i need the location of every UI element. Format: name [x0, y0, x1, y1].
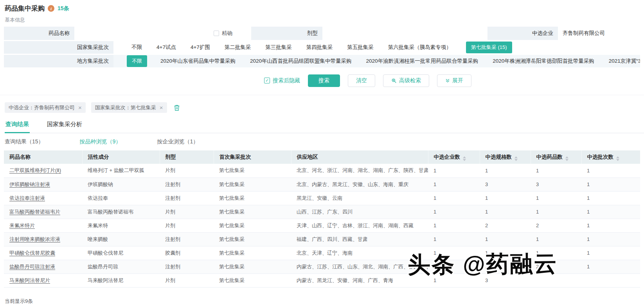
table-cell: 片剂 — [160, 273, 214, 287]
unchecked-checkbox-icon[interactable] — [214, 31, 219, 36]
trash-icon[interactable] — [173, 104, 180, 111]
result-count-badge: 15条 — [58, 5, 69, 12]
column-header-label: 剂型 — [165, 154, 176, 160]
national-batch-options: 不限4+7试点4+7扩围第二批集采第三批集采第四批集采第五批集采第六批集采（胰岛… — [113, 41, 640, 54]
batch-option[interactable]: 第四批集采 — [306, 44, 333, 51]
zoom-plus-icon — [391, 78, 397, 83]
table-cell: 依达拉奉 — [82, 191, 160, 205]
table-row: 富马酸丙酚替诺福韦片富马酸丙酚替诺福韦片剂第七批集采山西、江苏、广东、四川111… — [4, 205, 640, 219]
table-cell: 片剂 — [160, 219, 214, 232]
national-batch-selected[interactable]: 第七批集采 (15) — [466, 42, 512, 53]
batch-option[interactable]: 2020年山东省药品集中带量采购 — [160, 58, 236, 65]
clear-button[interactable]: 清空 — [348, 74, 375, 87]
selected-company-label: 中选企业 — [487, 27, 558, 40]
column-header-label: 供应地区 — [297, 154, 318, 160]
column-header[interactable]: 中选企业数 — [428, 150, 480, 164]
filter-tag-text: 国家集采批次：第七批集采 — [95, 104, 156, 111]
table-cell: 1 — [581, 191, 640, 205]
batch-option[interactable]: 2020年渝黔滇湘桂第一批常用药品联合带量采购 — [366, 58, 479, 65]
subtab-by-company[interactable]: 按企业浏览（1） — [157, 138, 198, 145]
batch-option[interactable]: 2020年山西首批药品组团联盟集中带量采购 — [250, 58, 352, 65]
page-header: 药品集中采购 i 15条 — [0, 0, 644, 13]
table-cell: 1 — [480, 205, 531, 219]
table-cell: 第七批集采 — [214, 177, 291, 191]
table-cell: 1 — [428, 205, 480, 219]
column-header[interactable]: 中选药品数 — [531, 150, 581, 164]
table-row: 二甲双胍维格列汀片(Ⅱ)维格列汀 + 盐酸二甲双胍片剂第七批集采北京、河北、浙江… — [4, 164, 640, 177]
table-cell: 1 — [480, 232, 531, 246]
batch-option[interactable]: 第二批集采 — [225, 44, 251, 51]
table-cell: 甲磺酸仑伐替尼 — [82, 246, 160, 260]
column-header: 首次集采批次 — [214, 150, 291, 164]
expand-button[interactable]: 展开 — [437, 74, 471, 87]
drug-name-cell: 盐酸昂丹司琼注射液 — [4, 260, 82, 273]
table-cell: 注射剂 — [160, 177, 214, 191]
drug-name-link[interactable]: 来氟米特片 — [9, 223, 35, 228]
close-icon[interactable]: × — [160, 105, 163, 110]
table-cell: 胶囊剂 — [160, 246, 214, 260]
close-icon[interactable]: × — [78, 105, 82, 110]
table-cell: 注射剂 — [160, 191, 214, 205]
drug-name-link[interactable]: 二甲双胍维格列汀片(Ⅱ) — [9, 167, 61, 173]
drug-name-link[interactable]: 盐酸昂丹司琼注射液 — [9, 264, 55, 270]
drug-name-cell: 二甲双胍维格列汀片(Ⅱ) — [4, 164, 82, 177]
subtab-by-variety[interactable]: 按品种浏览（9） — [80, 138, 121, 145]
drug-name-link[interactable]: 依达拉奉注射液 — [9, 195, 45, 201]
search-form: 药品名称 精确 剂型 中选企业 齐鲁制药有限公司 国家集采批次 不限4+7试点4… — [4, 27, 640, 67]
table-cell: 1 — [428, 164, 480, 177]
batch-option[interactable]: 4+7试点 — [157, 44, 176, 51]
drug-name-link[interactable]: 甲磺酸仑伐替尼胶囊 — [9, 250, 55, 256]
batch-option[interactable]: 第三批集采 — [265, 44, 292, 51]
tab-national-analysis[interactable]: 国家集采分析 — [46, 118, 83, 133]
result-tabs: 查询结果 国家集采分析 — [5, 118, 644, 133]
batch-option[interactable]: 第六批集采（胰岛素专项） — [388, 44, 452, 51]
drug-name-link[interactable]: 注射用唑来膦酸浓溶液 — [9, 236, 60, 242]
batch-option[interactable]: 2020年株洲湘潭岳阳常德邵阳首批带量采购 — [493, 58, 594, 65]
sort-carets-icon[interactable] — [514, 156, 518, 161]
table-row: 来氟米特片来氟米特片剂第七批集采天津、山西、辽宁、吉林、浙江、河南、湖南、西藏1… — [4, 219, 640, 232]
drug-name-cell: 马来酸阿法替尼片 — [4, 273, 82, 287]
advanced-search-button[interactable]: 高级检索 — [383, 74, 429, 87]
table-row: 注射用唑来膦酸浓溶液唑来膦酸注射剂第七批集采福建、广西、四川、西藏、甘肃1111 — [4, 232, 640, 246]
checked-checkbox-icon[interactable]: ✓ — [264, 78, 270, 83]
page-title: 药品集中采购 — [5, 4, 45, 13]
hide-after-search-label[interactable]: 搜索后隐藏 — [273, 77, 300, 84]
sort-carets-icon[interactable] — [463, 156, 466, 161]
table-cell: 1 — [581, 246, 640, 260]
tab-query-results[interactable]: 查询结果 — [5, 118, 30, 133]
drug-name-link[interactable]: 伊班膦酸钠注射液 — [9, 181, 50, 187]
search-button[interactable]: 搜索 — [308, 74, 340, 87]
batch-option[interactable]: 第五批集采 — [347, 44, 374, 51]
table-cell: 片剂 — [160, 164, 214, 177]
drug-name-link[interactable]: 富马酸丙酚替诺福韦片 — [9, 209, 60, 215]
batch-option[interactable]: 2021京津冀“3+N”联盟药品联合带量采购 — [609, 58, 640, 65]
local-batch-row: 地方集采批次 不限 2020年山东省药品集中带量采购2020年山西首批药品组团联… — [4, 55, 640, 67]
batch-option[interactable]: 4+7扩围 — [191, 44, 210, 51]
batch-option[interactable]: 不限 — [131, 44, 142, 51]
column-header[interactable]: 中选批次数 — [581, 150, 640, 164]
drug-name-input[interactable] — [74, 27, 212, 40]
table-cell: 北京、内蒙古、黑龙江、安徽、山东、海南、重庆 — [291, 177, 428, 191]
table-row: 依达拉奉注射液依达拉奉注射剂第七批集采黑龙江、安徽、云南1111 — [4, 191, 640, 205]
table-cell: 1 — [581, 260, 640, 273]
form-row-basic: 药品名称 精确 剂型 中选企业 齐鲁制药有限公司 — [4, 27, 640, 40]
drug-procurement-page: 药品集中采购 i 15条 基本信息 药品名称 精确 剂型 中选企业 齐鲁制药有限… — [0, 0, 644, 306]
info-icon[interactable]: i — [48, 5, 54, 12]
column-header-label: 首次集采批次 — [219, 154, 251, 160]
drug-name-link[interactable]: 马来酸阿法替尼片 — [9, 277, 50, 283]
column-header[interactable]: 中选规格数 — [480, 150, 531, 164]
table-cell: 1 — [428, 177, 480, 191]
subtab-query-results[interactable]: 查询结果（15） — [5, 138, 44, 145]
sort-carets-icon[interactable] — [565, 156, 568, 161]
national-batch-row: 国家集采批次 不限4+7试点4+7扩围第二批集采第三批集采第四批集采第五批集采第… — [4, 41, 640, 54]
dosage-form-input[interactable] — [322, 27, 487, 40]
selected-company-input[interactable]: 齐鲁制药有限公司 — [558, 27, 640, 40]
local-batch-label: 地方集采批次 — [4, 55, 113, 67]
column-header-label: 活性成分 — [88, 154, 109, 160]
drug-name-cell: 依达拉奉注射液 — [4, 191, 82, 205]
action-bar: ✓ 搜索后隐藏 搜索 清空 高级检索 展开 — [46, 74, 644, 87]
local-batch-selected[interactable]: 不限 — [127, 55, 147, 67]
display-count-note: 当前显示9条 — [5, 298, 644, 305]
column-header-label: 中选企业数 — [434, 154, 461, 160]
sort-carets-icon[interactable] — [616, 156, 619, 161]
